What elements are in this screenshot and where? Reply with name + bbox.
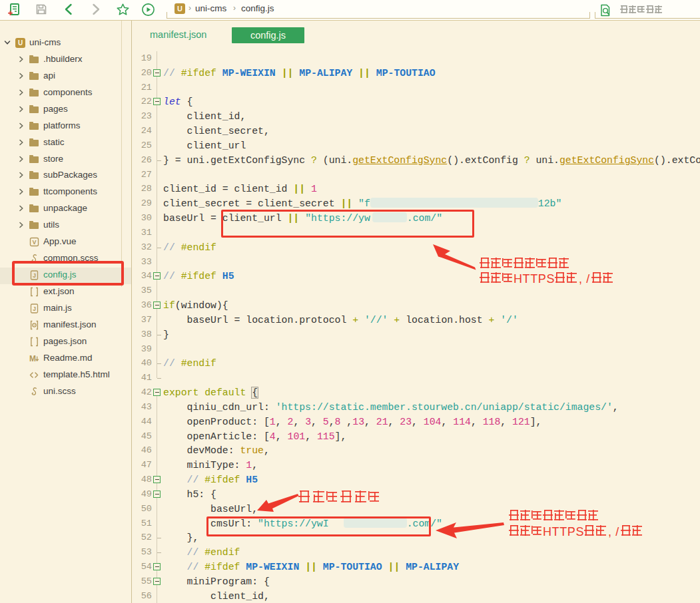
svg-text:M: M	[29, 354, 36, 363]
svg-text:V: V	[32, 239, 36, 246]
svg-text:J: J	[33, 305, 36, 312]
